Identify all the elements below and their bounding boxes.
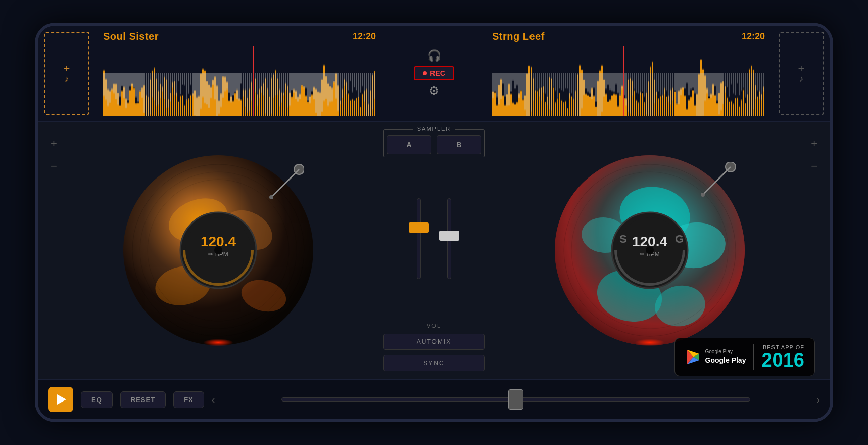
reset-button[interactable]: RESET — [120, 391, 166, 408]
bottom-bar: EQ RESET FX ‹ › — [38, 379, 830, 419]
crossfader-left-arrow[interactable]: ‹ — [212, 394, 215, 406]
left-fader-thumb[interactable] — [409, 223, 429, 233]
right-vinyl-wrapper[interactable]: S G 120.4 ✏ BPM — [554, 154, 746, 346]
left-track-name: Soul Sister — [103, 31, 159, 42]
badge-divider — [753, 344, 754, 370]
right-waveform-container[interactable] — [492, 46, 765, 116]
left-add-track-button[interactable]: + ♪ — [44, 32, 89, 115]
device-frame: + ♪ Soul Sister 12:20 🎧 REC ⚙ — [35, 23, 833, 422]
top-center-controls: 🎧 REC ⚙ — [383, 26, 485, 121]
headphone-icon[interactable]: 🎧 — [427, 49, 441, 62]
left-track-info: Soul Sister 12:20 — [103, 31, 376, 42]
left-minus-btn[interactable]: − — [51, 160, 57, 173]
google-play-icon — [685, 349, 701, 365]
left-red-glow — [203, 339, 233, 346]
right-track-info: Strng Leef 12:20 — [492, 31, 765, 42]
svg-point-35 — [701, 193, 705, 197]
sampler-a-button[interactable]: A — [387, 135, 431, 154]
right-minus-btn[interactable]: − — [811, 160, 817, 173]
crossfader-right-arrow[interactable]: › — [816, 394, 820, 406]
play-button[interactable] — [48, 387, 73, 412]
best-app-text: BEST APP OF 2016 — [761, 344, 804, 370]
svg-point-32 — [646, 246, 654, 254]
left-playhead — [253, 46, 254, 116]
sampler-label: SAMPLER — [413, 126, 455, 132]
rec-dot-icon — [423, 71, 427, 75]
right-plus-btn[interactable]: + — [811, 137, 817, 150]
crossfader-section[interactable] — [222, 389, 809, 410]
eq-button[interactable]: EQ — [81, 391, 113, 408]
crossfader-track — [281, 397, 751, 402]
right-fader-track — [447, 198, 451, 279]
top-bar: + ♪ Soul Sister 12:20 🎧 REC ⚙ — [38, 26, 830, 122]
sync-button[interactable]: SYNC — [383, 355, 485, 371]
right-red-glow — [635, 339, 665, 346]
left-turntable-section: + − — [38, 122, 378, 379]
fx-button[interactable]: FX — [173, 391, 204, 408]
left-waveform-bottom — [103, 73, 376, 116]
right-track-time: 12:20 — [742, 31, 765, 42]
right-channel-fader[interactable] — [438, 162, 461, 315]
left-vinyl-wrapper[interactable]: 120.4 ✏ BPM — [122, 154, 314, 346]
left-fader-track — [417, 198, 421, 279]
svg-point-16 — [269, 195, 273, 199]
svg-line-34 — [703, 167, 731, 195]
svg-text:S: S — [619, 233, 627, 245]
right-fader-thumb[interactable] — [439, 231, 459, 241]
right-waveform-bottom — [492, 73, 765, 116]
vol-label: VOL — [427, 323, 441, 329]
crossfader-thumb[interactable] — [508, 389, 523, 410]
google-play-text: Google Play Google Play — [705, 348, 746, 366]
center-mixer: SAMPLER A B — [378, 122, 490, 379]
right-track-name: Strng Leef — [492, 31, 545, 42]
left-channel-fader[interactable] — [408, 162, 430, 315]
rec-button[interactable]: REC — [414, 66, 454, 80]
svg-line-15 — [271, 169, 299, 197]
google-play-badge: Google Play Google Play BEST APP OF 2016 — [674, 338, 815, 376]
fader-section — [383, 162, 485, 315]
left-tonearm — [264, 162, 304, 204]
play-icon — [57, 394, 66, 405]
left-track-section: Soul Sister 12:20 — [95, 26, 383, 121]
left-waveform-container[interactable] — [103, 46, 376, 116]
left-plus-btn[interactable]: + — [51, 137, 57, 150]
automix-button[interactable]: AUTOMIX — [383, 334, 485, 350]
settings-icon[interactable]: ⚙ — [429, 84, 439, 98]
svg-text:G: G — [675, 233, 684, 245]
google-play-logo: Google Play Google Play — [685, 348, 746, 366]
sampler-b-button[interactable]: B — [437, 135, 481, 154]
right-track-section: Strng Leef 12:20 — [485, 26, 773, 121]
right-tonearm — [695, 162, 736, 204]
svg-point-13 — [214, 246, 222, 254]
left-track-time: 12:20 — [353, 31, 376, 42]
right-add-track-button[interactable]: + ♪ — [779, 32, 824, 115]
right-playhead — [623, 46, 624, 116]
